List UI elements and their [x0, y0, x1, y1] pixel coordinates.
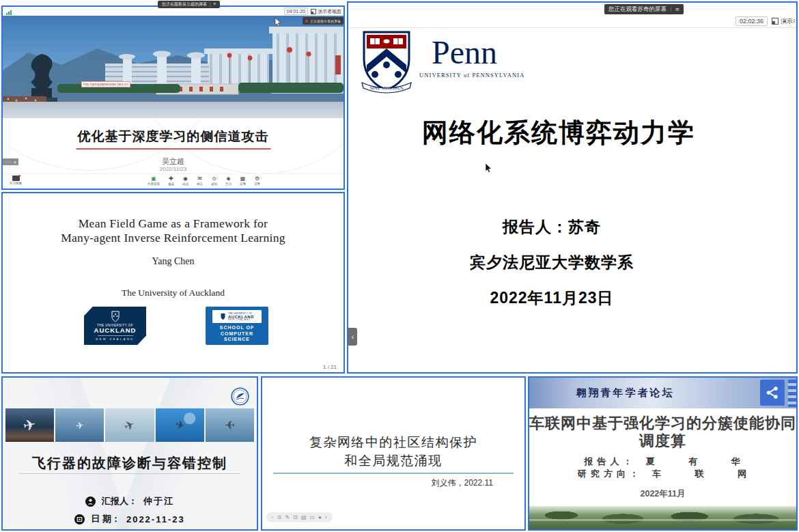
- watching-banner-a[interactable]: 您正在观看吴立超的屏幕 ≡: [158, 1, 220, 8]
- camera-label: 开启视频: [10, 182, 22, 185]
- campus-photo-art: [3, 16, 344, 118]
- toolbar-record[interactable]: ⊙ 录制: [211, 176, 217, 186]
- slide-presenter-line: 报告人：苏奇: [348, 216, 755, 238]
- mouse-cursor: [275, 17, 281, 29]
- auckland-crest-icon: [110, 311, 121, 322]
- penn-shield-icon: SINE MORIBUS: [359, 29, 414, 95]
- aircraft-photo: ✈: [105, 408, 154, 442]
- watching-banner-c[interactable]: 您正在观看苏奇的屏幕 ≡: [604, 4, 684, 14]
- fighter-jet-icon: ✈: [75, 420, 85, 430]
- slide-title-line2: Many-agent Inverse Reinforcement Learnin…: [3, 231, 344, 245]
- slide-title-line1: 复杂网络中的社区结构保护: [262, 434, 524, 451]
- slide-title-line1: Mean Field Game as a Framework for: [3, 216, 344, 231]
- research-direction-row: 研究方向： 车 联 网: [529, 468, 796, 480]
- svg-text:SINE MORIBUS: SINE MORIBUS: [369, 85, 403, 91]
- notes-icon[interactable]: ▭: [310, 515, 316, 520]
- divider: [98, 335, 133, 336]
- auckland-university-logo: THE UNIVERSITY OF AUCKLAND NEW ZEALAND: [84, 307, 146, 345]
- toolbar-share-screen[interactable]: ▣ 共享屏幕: [148, 176, 160, 186]
- aircraft-photo: ✈: [55, 408, 104, 442]
- meeting-timer: 04:01:20: [284, 8, 308, 15]
- meeting-window-sidechannel: 04:01:20 演示者视图: [1, 5, 345, 190]
- camera-icon: [12, 176, 20, 181]
- auckland-crest-icon: [220, 313, 226, 320]
- toolbar-chat[interactable]: ✉ 聊天: [197, 176, 203, 186]
- collapse-icon[interactable]: ‹: [325, 515, 327, 520]
- slide-date: 2022年11月: [529, 488, 796, 500]
- presenter-view-label: 演示者视图: [781, 17, 795, 26]
- slide-window-complex-network: 复杂网络中的社区结构保护 和全局规范涌现 刘义伟，2022.11 ◦ ⊙ ✎ ⊡…: [261, 376, 526, 531]
- camera-button[interactable]: 开启视频: [7, 176, 25, 185]
- screenshare-topbar: 02:02:36 演示者视图: [348, 3, 796, 28]
- watching-banner-c-text: 您正在观看苏奇的屏幕: [608, 5, 667, 14]
- slide-author: 吴立超: [3, 156, 344, 167]
- aircraft-photo-strip: ✈ ✈ ✈ ✈ ✈: [5, 408, 254, 442]
- presenter-row: 汇报人： 仲于江: [3, 495, 257, 507]
- watermark-link: http://gongdapiaopiao.jianj.cn/: [81, 81, 130, 87]
- title-underline: [273, 473, 514, 474]
- slide-affiliation-line: 宾夕法尼亚大学数学系: [348, 252, 755, 273]
- transport-plane-icon: ✈: [225, 419, 235, 432]
- presenter-view-button[interactable]: 演示者视图: [772, 17, 795, 26]
- airliner-icon: ✈: [22, 417, 38, 434]
- meeting-grid-screen: 您正在观看吴立超的屏幕 ≡ 04:01:20 演示者视图: [0, 0, 799, 532]
- slides-overview-icon[interactable]: ▤: [301, 515, 307, 520]
- penn-subtitle: UNIVERSITY of PENNSYLVANIA: [419, 72, 524, 79]
- watching-banner-a-text: 您正在观看吴立超的屏幕: [162, 1, 207, 8]
- campus-landscape-photo: [529, 506, 796, 529]
- presentation-toolbar[interactable]: ◦ ⊙ ✎ ⊡ ▤ ▭ ● ‹: [266, 512, 333, 522]
- slide-author: Yang Chen: [3, 256, 344, 267]
- toolbar-apps[interactable]: ▦ 应用: [240, 176, 246, 186]
- aircraft-photo: ✈: [5, 408, 54, 442]
- slide-title: 网络化系统博弈动力学: [348, 115, 769, 150]
- pointer-options-icon[interactable]: ⊙: [277, 515, 282, 520]
- forum-header: 翱翔青年学者论坛: [529, 378, 796, 408]
- notification-chip[interactable]: ······ ×: [3, 158, 18, 165]
- apps-icon: ▦: [240, 176, 246, 182]
- settings-icon: ⚙: [255, 176, 260, 182]
- toolbar-interact[interactable]: ◈ 互动: [225, 176, 232, 186]
- menu-icon[interactable]: ≡: [675, 6, 679, 13]
- share-button[interactable]: [760, 380, 785, 406]
- toolbar-invite[interactable]: ✚ 邀请: [168, 176, 174, 186]
- slide-window-meanfield: Mean Field Game as a Framework for Many-…: [1, 192, 345, 374]
- menu-icon[interactable]: ≡: [213, 2, 216, 7]
- forum-title: 翱翔青年学者论坛: [529, 387, 721, 400]
- close-icon[interactable]: ×: [14, 160, 16, 165]
- title-underline: [76, 148, 270, 150]
- presenter-row: 报告人： 夏 有 华: [529, 456, 796, 468]
- aircraft-photo: ✈: [206, 408, 254, 442]
- slide-byline: 刘义伟，2022.11: [432, 477, 494, 489]
- slide-title: 优化基于深度学习的侧信道攻击: [3, 128, 344, 145]
- toolbar-members[interactable]: ◉ 成员: [182, 176, 188, 186]
- penn-wordmark: Penn: [432, 36, 497, 69]
- calendar-icon: [74, 514, 85, 524]
- slide-window-aircraft: ✈ ✈ ✈ ✈ ✈ 飞行器的故障诊断与容错控制 汇报人： 仲于江 日 期： 2: [1, 376, 258, 531]
- notification-chip-text: ······: [5, 160, 12, 164]
- collapse-handle[interactable]: ‹: [348, 328, 357, 346]
- layout-icon: [772, 18, 779, 25]
- fighter-jet-icon: ✈: [174, 419, 186, 432]
- slide-sidechannel: 优化基于深度学习的侧信道攻击 吴立超 2022/11/23: [3, 118, 344, 173]
- presenter-view-button[interactable]: 演示者视图: [311, 8, 342, 15]
- record-dot-icon: [305, 20, 308, 23]
- toolbar-settings[interactable]: ⚙ 设置: [254, 176, 260, 186]
- slide-date-line: 2022年11月23日: [348, 288, 755, 309]
- zoom-icon[interactable]: ⊡: [293, 515, 298, 520]
- penn-logo: SINE MORIBUS Penn: [359, 29, 497, 95]
- presenter-view-label: 演示者视图: [318, 8, 341, 15]
- title-underline: [19, 473, 240, 474]
- campus-photo: http://gongdapiaopiao.jianj.cn/: [3, 16, 344, 118]
- stealth-drone-icon: ✈: [122, 417, 137, 433]
- date-row: 日 期： 2022-11-23: [3, 513, 257, 525]
- meeting-toolbar: 开启视频 ▣ 共享屏幕 ✚ 邀请 ◉ 成员 ✉ 聊天: [3, 173, 344, 189]
- pen-icon[interactable]: ✎: [285, 515, 290, 520]
- laser-pointer-icon[interactable]: ◦: [272, 515, 274, 520]
- record-icon: ⊙: [212, 176, 216, 182]
- sharing-notice[interactable]: 正在观看共享的屏幕: [303, 17, 344, 25]
- share-icon: [764, 384, 781, 401]
- more-icon[interactable]: ●: [318, 515, 322, 520]
- decor-stripes: [788, 380, 796, 407]
- layout-icon: [311, 9, 316, 14]
- slide-title: 飞行器的故障诊断与容错控制: [3, 454, 257, 473]
